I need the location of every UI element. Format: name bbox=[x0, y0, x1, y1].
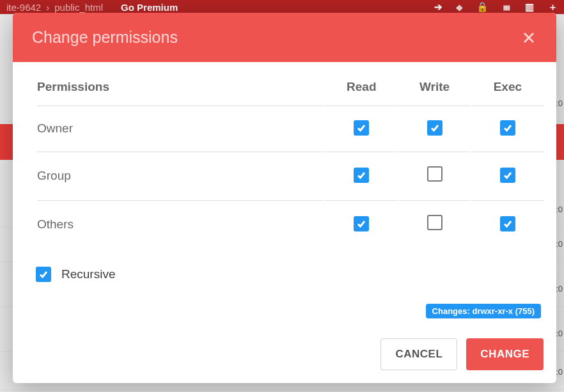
breadcrumb-segment[interactable]: ite-9642 bbox=[6, 2, 41, 13]
checkbox-group-read[interactable] bbox=[354, 168, 369, 183]
checkbox-group-exec[interactable] bbox=[500, 168, 515, 183]
checkbox-recursive[interactable] bbox=[36, 267, 51, 282]
toolbar-icon[interactable]: ＋ bbox=[548, 1, 558, 13]
checkbox-owner-read[interactable] bbox=[354, 120, 369, 136]
checkbox-others-exec[interactable] bbox=[500, 216, 515, 231]
row-others: Others bbox=[37, 200, 544, 247]
recursive-label: Recursive bbox=[61, 267, 115, 281]
toolbar-icon[interactable]: ▥ bbox=[525, 1, 534, 13]
change-button[interactable]: CHANGE bbox=[466, 338, 544, 370]
close-icon[interactable] bbox=[521, 29, 537, 46]
recursive-row: Recursive bbox=[36, 267, 545, 282]
dialog-body: Permissions Read Write Exec Owner Group bbox=[13, 62, 556, 332]
dialog-header: Change permissions bbox=[13, 13, 556, 62]
checkbox-group-write[interactable] bbox=[427, 166, 443, 182]
col-permissions: Permissions bbox=[37, 80, 324, 104]
checkbox-owner-write[interactable] bbox=[427, 120, 443, 136]
breadcrumb-segment[interactable]: public_html bbox=[54, 2, 103, 13]
col-write: Write bbox=[398, 80, 470, 104]
checkbox-others-read[interactable] bbox=[354, 216, 369, 231]
cancel-button[interactable]: CANCEL bbox=[380, 338, 457, 370]
row-label: Group bbox=[37, 152, 324, 199]
toolbar-icon[interactable]: ≣ bbox=[503, 1, 511, 13]
top-toolbar: ite-9642 › public_html Go Premium ➔ ⎆ 🔒 … bbox=[0, 0, 564, 14]
row-owner: Owner bbox=[37, 106, 544, 150]
dialog-title: Change permissions bbox=[32, 28, 178, 47]
checkbox-others-write[interactable] bbox=[427, 215, 443, 230]
row-label: Others bbox=[37, 200, 324, 247]
toolbar-icon[interactable]: ⎆ bbox=[457, 2, 462, 13]
checkbox-owner-exec[interactable] bbox=[500, 120, 515, 136]
chevron-right-icon: › bbox=[46, 2, 49, 13]
go-premium-link[interactable]: Go Premium bbox=[121, 2, 178, 13]
row-label: Owner bbox=[37, 106, 324, 150]
permissions-table: Permissions Read Write Exec Owner Group bbox=[36, 79, 545, 249]
col-exec: Exec bbox=[472, 80, 544, 104]
permissions-dialog: Change permissions Permissions Read Writ… bbox=[13, 13, 556, 383]
col-read: Read bbox=[325, 80, 397, 104]
toolbar-icon[interactable]: 🔒 bbox=[476, 1, 489, 13]
toolbar-icon[interactable]: ➔ bbox=[434, 1, 443, 13]
row-group: Group bbox=[37, 152, 544, 199]
dialog-footer: CANCEL CHANGE bbox=[13, 332, 556, 383]
changes-badge: Changes: drwxr-xr-x (755) bbox=[426, 304, 541, 318]
